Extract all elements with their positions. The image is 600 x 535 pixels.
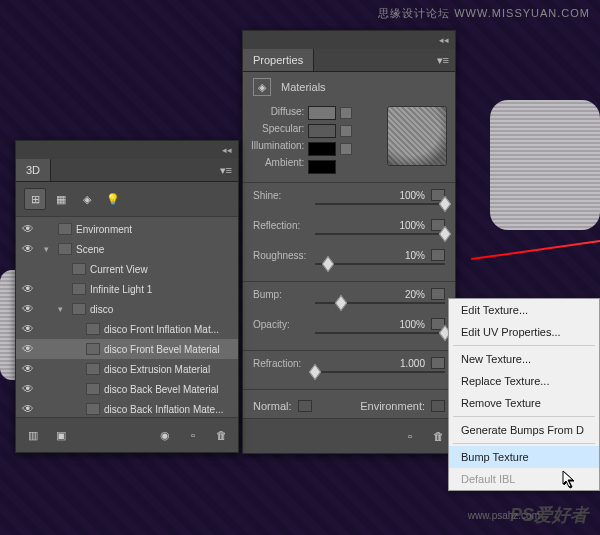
mat-icon xyxy=(86,383,100,395)
opacity-label: Opacity: xyxy=(253,319,311,330)
material-preview[interactable] xyxy=(387,106,447,166)
refraction-label: Refraction: xyxy=(253,358,311,369)
visibility-eye-icon[interactable]: 👁 xyxy=(20,362,36,376)
new-layer-icon[interactable]: ▫ xyxy=(182,424,204,446)
delete-icon[interactable]: 🗑 xyxy=(210,424,232,446)
context-menu-item[interactable]: Replace Texture... xyxy=(449,370,599,392)
visibility-eye-icon[interactable]: 👁 xyxy=(20,242,36,256)
mouse-cursor-icon xyxy=(562,470,576,488)
panel-header-strip[interactable]: ◂◂ xyxy=(16,141,238,159)
tree-item-label: disco Back Bevel Material xyxy=(104,384,219,395)
filter-lights-icon[interactable]: 💡 xyxy=(102,188,124,210)
shine-label: Shine: xyxy=(253,190,311,201)
new-light-icon[interactable]: ◉ xyxy=(154,424,176,446)
reflection-value: 100% xyxy=(385,220,425,231)
tree-row[interactable]: 👁disco Extrusion Material xyxy=(16,359,238,379)
ambient-label: Ambient: xyxy=(265,157,304,168)
twisty-icon[interactable]: ▾ xyxy=(44,244,54,254)
tree-row[interactable]: 👁Environment xyxy=(16,219,238,239)
tree-row[interactable]: 👁disco Back Inflation Mate... xyxy=(16,399,238,417)
mat-icon xyxy=(86,343,100,355)
roughness-texture-icon[interactable] xyxy=(431,249,445,261)
cam-icon xyxy=(72,263,86,275)
visibility-eye-icon[interactable]: 👁 xyxy=(20,402,36,416)
context-menu-item[interactable]: New Texture... xyxy=(449,348,599,370)
context-menu-item[interactable]: Edit UV Properties... xyxy=(449,321,599,343)
ambient-swatch[interactable] xyxy=(308,160,336,174)
tree-row[interactable]: 👁▾disco xyxy=(16,299,238,319)
scene-tree: 👁Environment👁▾SceneCurrent View👁Infinite… xyxy=(16,217,238,417)
context-menu-item[interactable]: Remove Texture xyxy=(449,392,599,414)
visibility-eye-icon[interactable]: 👁 xyxy=(20,282,36,296)
context-menu-item[interactable]: Default IBL xyxy=(449,468,599,490)
panel-header-strip[interactable]: ◂◂ xyxy=(243,31,455,49)
visibility-eye-icon[interactable]: 👁 xyxy=(20,222,36,236)
mat-icon xyxy=(86,323,100,335)
tab-properties[interactable]: Properties xyxy=(243,49,314,71)
environment-folder-icon[interactable] xyxy=(431,400,445,412)
tree-item-label: disco Back Inflation Mate... xyxy=(104,404,224,415)
render-icon[interactable]: ▣ xyxy=(50,424,72,446)
roughness-slider[interactable] xyxy=(315,263,445,265)
bump-slider[interactable] xyxy=(315,302,445,304)
bump-texture-icon[interactable] xyxy=(431,288,445,300)
filter-whole-scene-icon[interactable]: ⊞ xyxy=(24,188,46,210)
visibility-eye-icon[interactable]: 👁 xyxy=(20,342,36,356)
diffuse-swatch[interactable] xyxy=(308,106,336,120)
context-menu-item[interactable]: Bump Texture xyxy=(449,446,599,468)
tree-row[interactable]: 👁▾Scene xyxy=(16,239,238,259)
normal-folder-icon[interactable] xyxy=(298,400,312,412)
diffuse-texture-icon[interactable] xyxy=(340,107,352,119)
watermark-top: 思缘设计论坛 WWW.MISSYUAN.COM xyxy=(378,6,590,21)
tree-item-label: disco xyxy=(90,304,113,315)
mesh-object-right xyxy=(490,100,600,230)
tree-row[interactable]: Current View xyxy=(16,259,238,279)
trash-icon[interactable]: 🗑 xyxy=(427,425,449,447)
tree-item-label: Current View xyxy=(90,264,148,275)
panel-menu-icon[interactable]: ▾≡ xyxy=(214,164,238,177)
specular-folder-icon[interactable] xyxy=(340,125,352,137)
visibility-eye-icon[interactable]: 👁 xyxy=(20,302,36,316)
roughness-value: 10% xyxy=(385,250,425,261)
collapse-icon[interactable]: ◂◂ xyxy=(437,34,451,46)
bump-label: Bump: xyxy=(253,289,311,300)
tree-item-label: Environment xyxy=(76,224,132,235)
collapse-icon[interactable]: ◂◂ xyxy=(220,144,234,156)
tree-row[interactable]: 👁disco Back Bevel Material xyxy=(16,379,238,399)
tree-row[interactable]: 👁disco Front Bevel Material xyxy=(16,339,238,359)
tab-3d[interactable]: 3D xyxy=(16,159,51,181)
mesh-icon xyxy=(72,303,86,315)
filter-materials-icon[interactable]: ◈ xyxy=(76,188,98,210)
visibility-eye-icon[interactable]: 👁 xyxy=(20,382,36,396)
bump-value: 20% xyxy=(385,289,425,300)
opacity-slider[interactable] xyxy=(315,332,445,334)
refraction-slider[interactable] xyxy=(315,371,445,373)
tree-row[interactable]: 👁disco Front Inflation Mat... xyxy=(16,319,238,339)
env-icon xyxy=(58,223,72,235)
shine-slider[interactable] xyxy=(315,203,445,205)
illumination-swatch[interactable] xyxy=(308,142,336,156)
illumination-folder-icon[interactable] xyxy=(340,143,352,155)
filter-meshes-icon[interactable]: ▦ xyxy=(50,188,72,210)
refraction-texture-icon[interactable] xyxy=(431,357,445,369)
opacity-value: 100% xyxy=(385,319,425,330)
specular-label: Specular: xyxy=(262,123,304,134)
tree-item-label: disco Extrusion Material xyxy=(104,364,210,375)
light-icon xyxy=(72,283,86,295)
context-menu-item[interactable]: Edit Texture... xyxy=(449,299,599,321)
gallery-icon[interactable]: ▥ xyxy=(22,424,44,446)
refraction-value: 1.000 xyxy=(385,358,425,369)
context-menu-item[interactable]: Generate Bumps From D xyxy=(449,419,599,441)
twisty-icon[interactable]: ▾ xyxy=(58,304,68,314)
visibility-eye-icon[interactable]: 👁 xyxy=(20,322,36,336)
specular-swatch[interactable] xyxy=(308,124,336,138)
normal-label: Normal: xyxy=(253,400,292,412)
tree-row[interactable]: 👁Infinite Light 1 xyxy=(16,279,238,299)
bump-context-menu: Edit Texture...Edit UV Properties...New … xyxy=(448,298,600,491)
panel-menu-icon[interactable]: ▾≡ xyxy=(431,54,455,67)
reflection-slider[interactable] xyxy=(315,233,445,235)
render-settings-icon[interactable]: ▫ xyxy=(399,425,421,447)
tree-item-label: Scene xyxy=(76,244,104,255)
tree-item-label: disco Front Inflation Mat... xyxy=(104,324,219,335)
illumination-label: Illumination: xyxy=(251,140,304,151)
